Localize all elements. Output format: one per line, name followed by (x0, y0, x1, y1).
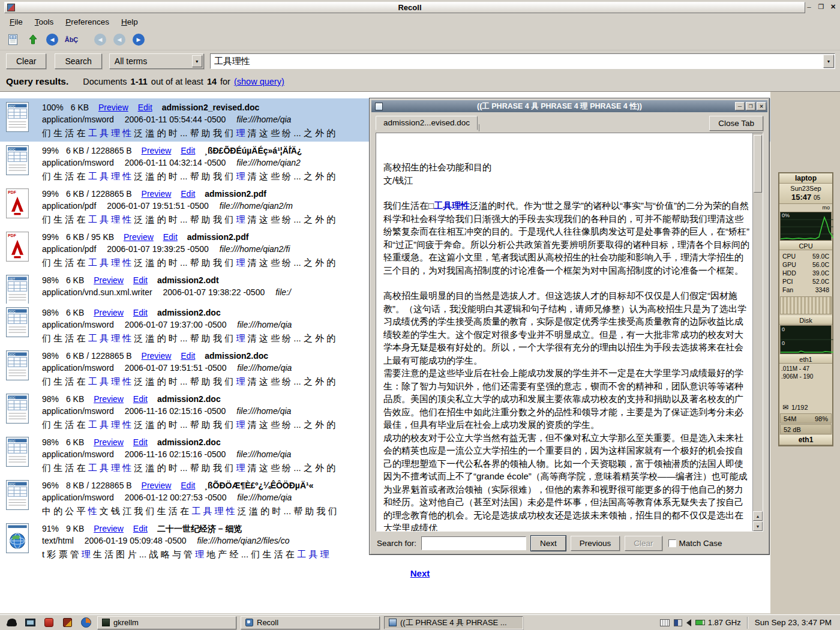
chevron-down-icon[interactable] (192, 55, 202, 67)
gkrellm-volume-meter[interactable]: 52 dB (780, 424, 832, 434)
launcher-package-icon[interactable] (41, 616, 56, 629)
close-icon[interactable] (829, 2, 838, 11)
query-history-chevron-icon[interactable] (823, 55, 834, 68)
preview-link[interactable]: Preview (142, 481, 172, 490)
toolbar-separator (82, 40, 91, 40)
query-details-icon[interactable] (5, 31, 23, 48)
scroll-down-icon[interactable] (753, 521, 763, 531)
search-query-combo[interactable] (210, 53, 835, 69)
gkrellm-cpu-chart[interactable]: 0% (780, 212, 832, 241)
edit-link[interactable]: Edit (133, 437, 148, 447)
edit-link[interactable]: Edit (138, 103, 152, 112)
svg-text:ODT: ODT (8, 277, 15, 280)
result-title: ¸ßÕÐÖÆ¶È£º¿¼ÊÔÖÐµÄ¹« (205, 481, 313, 490)
gkrellm-window[interactable]: laptop Sun23Sep 15:47 05 mo 0% CPU CPU59… (778, 172, 833, 446)
preview-link[interactable]: Preview (94, 308, 124, 317)
preview-close-icon[interactable] (757, 102, 766, 110)
gkrellm-hostname[interactable]: laptop (779, 173, 832, 184)
battery-icon[interactable] (695, 620, 705, 625)
gkrellm-footer[interactable]: eth1 (779, 435, 832, 445)
next-page-icon[interactable]: ▶ (130, 31, 148, 48)
preview-link[interactable]: Preview (142, 146, 172, 155)
task-recoll[interactable]: Recoll (241, 616, 380, 629)
preview-maximize-icon[interactable] (746, 102, 755, 110)
pager-icon[interactable] (674, 619, 682, 626)
recoll-app-icon[interactable] (7, 4, 15, 11)
result-mime-type: application/msword (42, 363, 114, 373)
preview-link[interactable]: Preview (142, 189, 172, 199)
find-previous-button[interactable]: Previous (571, 536, 620, 551)
search-query-input[interactable] (211, 56, 823, 67)
keyboard-layout-icon[interactable] (660, 619, 670, 626)
show-query-link[interactable]: (show query) (234, 77, 284, 86)
title-bar[interactable]: Recoll (0, 0, 840, 14)
edit-link[interactable]: Edit (133, 524, 148, 533)
menu-tools[interactable]: Tools (29, 16, 60, 28)
gkrellm-memory-meter[interactable]: 54M 98% (780, 413, 832, 424)
edit-link[interactable]: Edit (133, 275, 148, 285)
result-title: admission2.odt (157, 275, 219, 285)
preview-search-input[interactable] (421, 536, 526, 550)
preview-text-area[interactable]: 高校招生的社会功能和目的 文/钱江 我们生活在□工具理性泛滥的时代。作为“世之显… (376, 133, 752, 531)
gkrellm-disk-label: Disk (779, 316, 832, 325)
document-icon[interactable] (375, 103, 383, 110)
result-url: file:///home/qia (236, 449, 291, 459)
result-line-1: 98% 6 KB Preview Edit admission2.odt (42, 274, 291, 286)
scroll-up-icon[interactable] (753, 511, 763, 521)
menu-preferences[interactable]: Preferences (59, 16, 115, 28)
clear-button[interactable]: Clear (6, 53, 46, 69)
edit-link[interactable]: Edit (181, 189, 195, 199)
edit-link[interactable]: Edit (181, 351, 195, 361)
svg-text:PDF: PDF (8, 190, 16, 194)
minimize-icon[interactable] (805, 2, 814, 11)
menu-file[interactable]: File (4, 16, 29, 28)
preview-link[interactable]: Preview (94, 275, 124, 285)
title-bar-caption[interactable]: Recoll (4, 2, 805, 13)
preview-link[interactable]: Preview (142, 351, 172, 361)
preview-link[interactable]: Preview (94, 437, 124, 447)
doc-file-icon: DOC (6, 350, 29, 390)
menu-help[interactable]: Help (115, 16, 144, 28)
first-page-icon[interactable]: ◀ (91, 31, 109, 48)
search-button[interactable]: Search (55, 53, 101, 69)
match-case-checkbox[interactable] (668, 539, 676, 547)
doc-paragraph-2: 高校招生最明显的目的当然是选拔人才。但这选拔人才的目标却不仅仅是人们假定“因材施… (383, 289, 750, 367)
edit-link[interactable]: Edit (133, 308, 148, 317)
close-tab-button[interactable]: Close Tab (709, 116, 763, 131)
launcher-firefox-icon[interactable] (79, 616, 93, 629)
task-preview[interactable]: ((工 PHRASE 4 具 PHRASE ... (384, 616, 523, 629)
system-tray: 1.87 GHz Sun Sep 23, 3:47 PM (656, 617, 840, 629)
scrollbar-thumb[interactable] (754, 135, 762, 193)
gkrellm-disk-chart[interactable]: 0 0 (780, 325, 832, 354)
gkrellm-mail[interactable]: 1/192 (779, 402, 832, 413)
find-next-button[interactable]: Next (531, 536, 566, 551)
launcher-app-icon[interactable] (4, 616, 19, 629)
document-history-icon[interactable]: ◀ (43, 31, 61, 48)
preview-link[interactable]: Preview (98, 103, 128, 112)
gkrellm-clock[interactable]: Sun23Sep 15:47 05 (779, 184, 832, 204)
edit-link[interactable]: Edit (181, 481, 195, 490)
launcher-mail-icon[interactable] (60, 616, 74, 629)
gkrellm-krell-meter[interactable] (780, 296, 832, 314)
preview-link[interactable]: Preview (124, 232, 154, 242)
edit-link[interactable]: Edit (163, 232, 178, 242)
scrollbar[interactable] (752, 133, 763, 531)
match-case-option[interactable]: Match Case (668, 539, 722, 548)
edit-link[interactable]: Edit (181, 146, 195, 155)
sort-by-date-icon[interactable] (24, 31, 42, 48)
preview-minimize-icon[interactable] (735, 102, 745, 110)
preview-title-bar[interactable]: ((工 PHRASE 4 具 PHRASE 4 理 PHRASE 4 性)) (371, 100, 767, 112)
volume-icon[interactable] (686, 619, 691, 626)
prev-page-icon[interactable]: ◀ (110, 31, 128, 48)
search-mode-select[interactable]: All terms (109, 53, 204, 69)
maximize-icon[interactable] (817, 2, 826, 11)
next-page-link[interactable]: Next (410, 568, 430, 578)
edit-link[interactable]: Edit (133, 394, 148, 404)
task-gkrellm[interactable]: gkrellm (97, 616, 236, 629)
term-explorer-icon[interactable]: ÂbÇ (62, 31, 80, 48)
find-clear-button[interactable]: Clear (625, 536, 662, 551)
preview-link[interactable]: Preview (94, 524, 124, 533)
preview-link[interactable]: Preview (94, 394, 124, 404)
launcher-terminal-icon[interactable] (23, 616, 37, 629)
preview-tab[interactable]: admission2...evised.doc (376, 116, 478, 130)
